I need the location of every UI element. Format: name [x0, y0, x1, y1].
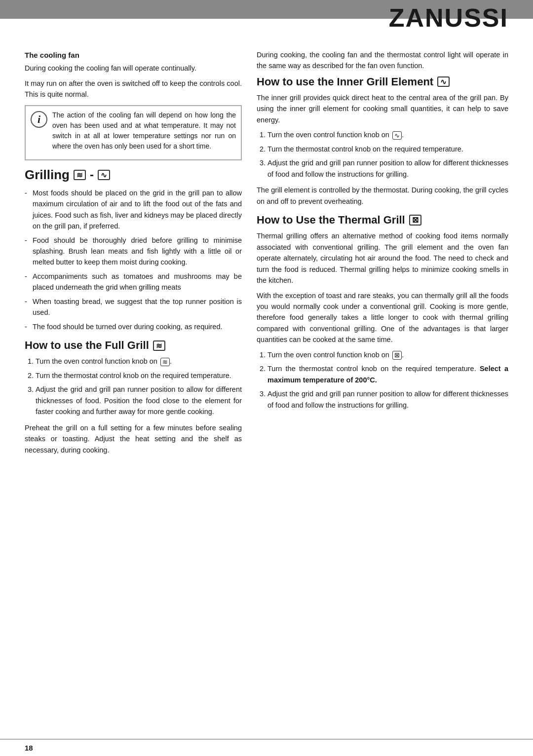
- info-icon: i: [31, 111, 47, 128]
- thermal-grill-heading: How to Use the Thermal Grill ⊠: [257, 214, 508, 227]
- inner-grill-steps: Turn the oven control function knob on ∿…: [257, 129, 508, 180]
- inner-grill-step-2: Turn the thermostat control knob on the …: [267, 144, 508, 154]
- inner-grill-label: How to use the Inner Grill Element: [257, 76, 433, 88]
- full-grill-step-3: Adjust the grid and grill pan runner pos…: [36, 384, 242, 417]
- page-container: ZANUSSI The cooling fan During cooking t…: [0, 0, 533, 756]
- thermal-grill-p1: Thermal grilling offers an alternative m…: [257, 230, 508, 286]
- cooling-fan-p2: It may run on after the oven is switched…: [25, 78, 242, 100]
- logo-area: ZANUSSI: [389, 0, 508, 31]
- right-column: During cooking, the cooling fan and the …: [257, 49, 508, 729]
- zanussi-logo: ZANUSSI: [389, 3, 508, 32]
- grill-icon-inner: ∿: [98, 170, 110, 180]
- grilling-bullet-3: Accompaniments such as tomatoes and mush…: [25, 271, 242, 293]
- page-footer: 18: [0, 739, 533, 756]
- thermal-grill-step2-bold: Select a maximum temperature of 200°C.: [267, 365, 508, 383]
- thermal-grill-label: How to Use the Thermal Grill: [257, 214, 405, 227]
- full-grill-heading: How to use the Full Grill ≋: [25, 339, 242, 352]
- full-grill-step-1: Turn the oven control function knob on ≋…: [36, 356, 242, 367]
- info-box: i The action of the cooling fan will dep…: [25, 105, 242, 160]
- grilling-label: Grilling: [25, 167, 70, 183]
- full-grill-steps: Turn the oven control function knob on ≋…: [25, 356, 242, 417]
- cooling-fan-p1: During cooking the cooling fan will oper…: [25, 63, 242, 74]
- dash-separator: -: [90, 168, 94, 182]
- full-grill-step-2: Turn the thermostat control knob on the …: [36, 370, 242, 381]
- thermal-grill-p2: With the exception of toast and rare ste…: [257, 290, 508, 345]
- grilling-bullet-list: Most foods should be placed on the grid …: [25, 188, 242, 333]
- page-number: 18: [25, 744, 33, 752]
- grilling-bullet-4: When toasting bread, we suggest that the…: [25, 296, 242, 318]
- grilling-bullet-1: Most foods should be placed on the grid …: [25, 188, 242, 232]
- grill-icon-full: ≋: [74, 170, 86, 180]
- thermal-grill-step-3: Adjust the grid and grill pan runner pos…: [267, 388, 508, 411]
- left-column: The cooling fan During cooking the cooli…: [25, 49, 242, 729]
- grilling-bullet-2: Food should be thoroughly dried before g…: [25, 235, 242, 268]
- inner-grill-p1: The inner grill provides quick direct he…: [257, 92, 508, 125]
- grilling-section-heading: Grilling ≋ - ∿: [25, 167, 242, 183]
- content-area: The cooling fan During cooking the cooli…: [0, 43, 533, 739]
- inner-grill-icon: ∿: [437, 76, 450, 87]
- full-grill-step1-icon: ≋: [160, 358, 170, 367]
- thermal-grill-icon: ⊠: [409, 215, 421, 226]
- cooling-fan-heading: The cooling fan: [25, 49, 242, 61]
- info-box-text: The action of the cooling fan will depen…: [52, 110, 236, 151]
- thermal-grill-step-1: Turn the oven control function knob on ⊠…: [267, 349, 508, 360]
- inner-grill-step-3: Adjust the grid and grill pan runner pos…: [267, 157, 508, 180]
- inner-grill-step-1: Turn the oven control function knob on ∿…: [267, 129, 508, 140]
- inner-grill-step1-icon: ∿: [392, 131, 402, 140]
- full-grill-label: How to use the Full Grill: [25, 339, 149, 352]
- thermal-grill-step1-icon: ⊠: [392, 351, 402, 360]
- inner-grill-p2: The grill element is controlled by the t…: [257, 185, 508, 207]
- inner-grill-heading: How to use the Inner Grill Element ∿: [257, 76, 508, 88]
- full-grill-icon: ≋: [153, 340, 165, 351]
- full-grill-p1: Preheat the grill on a full setting for …: [25, 422, 242, 455]
- thermal-grill-steps: Turn the oven control function knob on ⊠…: [257, 349, 508, 411]
- grilling-bullet-5: The food should be turned over during co…: [25, 321, 242, 332]
- cooling-fan-p3: During cooking, the cooling fan and the …: [257, 49, 508, 72]
- thermal-grill-step-2: Turn the thermostat control knob on the …: [267, 363, 508, 385]
